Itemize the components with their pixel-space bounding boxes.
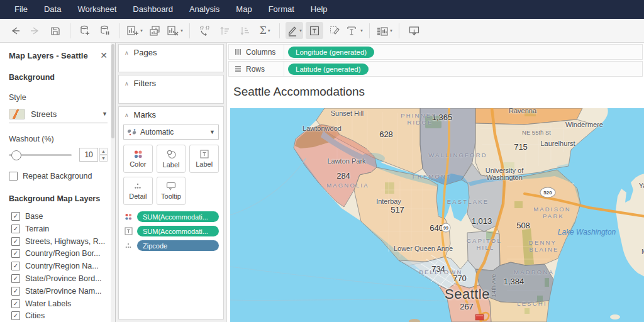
back-icon[interactable] [6, 22, 24, 39]
style-dropdown[interactable]: Streets ▼ [9, 106, 108, 123]
swap-rows-columns-icon[interactable] [196, 22, 213, 39]
tooltip-button-label: Tooltip [161, 192, 181, 200]
marks-pill-detail[interactable]: Zipcode [137, 240, 219, 251]
layer-row-terrain[interactable]: ✓Terrain [11, 225, 108, 233]
collapse-icon[interactable]: ∧ [125, 50, 129, 56]
presentation-mode-icon[interactable] [405, 22, 423, 39]
map-svg [230, 108, 644, 322]
menu-analysis[interactable]: Analysis [181, 0, 228, 19]
collapse-icon[interactable]: ∧ [125, 112, 129, 118]
fit-selector-icon[interactable]: ▾ [346, 22, 364, 39]
spin-down-icon[interactable]: ▼ [99, 155, 108, 162]
menu-dashboard[interactable]: Dashboard [125, 0, 181, 19]
size-button[interactable]: Label [157, 145, 186, 173]
filters-card[interactable]: ∧Filters [118, 75, 224, 104]
checkbox-checked-icon[interactable]: ✓ [11, 237, 20, 246]
new-data-source-icon[interactable] [76, 22, 94, 39]
clear-sheet-icon[interactable]: ▾ [166, 22, 184, 39]
marks-card: ∧Marks Automatic ▼ Color Label Label Det… [118, 106, 224, 319]
checkbox-checked-icon[interactable]: ✓ [11, 249, 20, 258]
pages-card[interactable]: ∧Pages [118, 44, 224, 72]
layer-label: Cities [25, 311, 45, 320]
save-icon[interactable] [47, 22, 64, 39]
style-thumbnail [9, 109, 25, 119]
mark-labels-icon[interactable] [306, 22, 323, 39]
sort-descending-icon[interactable] [236, 22, 253, 39]
checkbox-unchecked-icon[interactable] [9, 172, 18, 180]
highlight-icon[interactable]: ▾ [286, 22, 303, 39]
detail-button-label: Detail [129, 192, 147, 200]
layer-row-state-names[interactable]: ✓State/Province Nam... [11, 287, 108, 296]
layer-row-country-names[interactable]: ✓Country/Region Na... [11, 262, 108, 270]
map-canvas[interactable]: 1,3656287152845171,0135086407347701,3842… [230, 108, 644, 322]
detail-button[interactable]: Detail [123, 177, 153, 205]
checkbox-checked-icon[interactable]: ✓ [11, 311, 20, 320]
washout-label: Washout (%) [9, 135, 108, 143]
marks-card-title: Marks [134, 110, 156, 119]
checkbox-checked-icon[interactable]: ✓ [11, 262, 20, 270]
spin-up-icon[interactable]: ▲ [99, 148, 108, 155]
layer-row-water-labels[interactable]: ✓Water Labels [11, 299, 108, 308]
fix-axes-icon[interactable] [326, 22, 343, 39]
color-button[interactable]: Color [123, 145, 153, 173]
mark-type-value: Automatic [140, 128, 209, 136]
layer-label: State/Province Bord... [25, 274, 102, 283]
tooltip-icon [166, 182, 176, 191]
checkbox-checked-icon[interactable]: ✓ [11, 212, 20, 221]
map-layers-panel: Map Layers - Seattle ✕ Background Style … [0, 43, 116, 322]
checkbox-checked-icon[interactable]: ✓ [11, 287, 20, 296]
checkbox-checked-icon[interactable]: ✓ [11, 225, 20, 233]
forward-icon[interactable] [26, 22, 44, 39]
collapse-icon[interactable]: ∧ [125, 80, 129, 87]
layer-label: Terrain [25, 225, 49, 233]
rows-pill-latitude[interactable]: Latitude (generated) [288, 64, 369, 75]
marks-pill-color[interactable]: SUM(Accommodati... [137, 211, 219, 222]
pause-updates-icon[interactable] [96, 22, 114, 39]
menu-data[interactable]: Data [36, 0, 69, 19]
panel-scrollbar[interactable] [111, 43, 115, 322]
menu-file[interactable]: File [6, 0, 36, 19]
label-button[interactable]: Label [189, 145, 219, 173]
menu-format[interactable]: Format [260, 0, 303, 19]
label-icon [200, 150, 209, 158]
totals-sigma-icon[interactable]: Σ▾ [256, 22, 274, 39]
menu-map[interactable]: Map [228, 0, 260, 19]
scrollbar-thumb[interactable] [111, 44, 114, 138]
color-button-label: Color [130, 160, 146, 168]
sort-ascending-icon[interactable] [216, 22, 233, 39]
rows-shelf[interactable]: Rows Latitude (generated) [228, 61, 643, 77]
washout-input[interactable]: 10 [79, 148, 98, 162]
checkbox-checked-icon[interactable]: ✓ [11, 299, 20, 308]
menu-worksheet[interactable]: Worksheet [69, 0, 125, 19]
layer-row-base[interactable]: ✓Base [11, 212, 108, 221]
layers-heading: Background Map Layers [9, 194, 108, 203]
washout-slider[interactable] [9, 154, 72, 156]
columns-shelf-label: Columns [246, 48, 275, 57]
checkbox-checked-icon[interactable]: ✓ [11, 274, 20, 283]
mark-type-dropdown[interactable]: Automatic ▼ [123, 125, 219, 140]
color-icon [133, 150, 142, 158]
repeat-background-checkbox[interactable]: Repeat Background [9, 172, 108, 180]
background-heading: Background [9, 73, 108, 82]
layer-row-cities[interactable]: ✓Cities [11, 311, 108, 320]
layer-row-streets[interactable]: ✓Streets, Highways, R... [11, 237, 108, 246]
columns-shelf[interactable]: Columns Longitude (generated) [228, 44, 643, 60]
detail-icon [123, 242, 133, 250]
layer-label: Country/Region Na... [25, 262, 99, 270]
layer-label: State/Province Nam... [25, 287, 102, 296]
slider-knob[interactable] [11, 150, 21, 160]
close-icon[interactable]: ✕ [100, 50, 108, 60]
duplicate-sheet-icon[interactable] [146, 22, 164, 39]
tooltip-button[interactable]: Tooltip [157, 177, 186, 205]
marks-pill-label[interactable]: SUM(Accommodati... [137, 226, 219, 236]
menu-help[interactable]: Help [303, 0, 336, 19]
menu-bar: File Data Worksheet Dashboard Analysis M… [0, 0, 644, 19]
highway-badge-99: 99 [441, 223, 451, 233]
layer-label: Base [25, 212, 43, 221]
repeat-background-label: Repeat Background [23, 172, 92, 180]
layer-row-country-borders[interactable]: ✓Country/Region Bor... [11, 249, 108, 258]
columns-pill-longitude[interactable]: Longitude (generated) [288, 47, 374, 58]
new-worksheet-icon[interactable]: ▾ [126, 22, 143, 39]
show-cards-icon[interactable]: ▾ [375, 22, 393, 39]
layer-row-state-borders[interactable]: ✓State/Province Bord... [11, 274, 108, 283]
